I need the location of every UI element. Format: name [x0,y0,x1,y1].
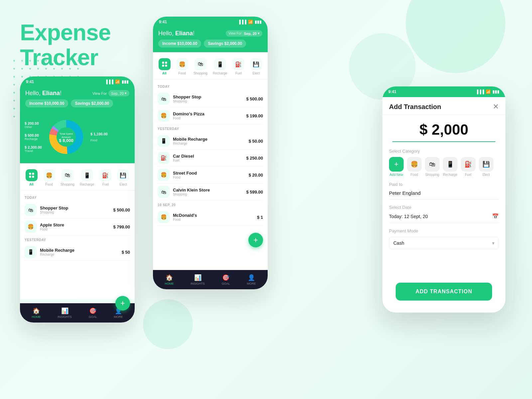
date-value: Today: 12 Sept, 20 [389,214,428,219]
app-title: Expense Tracker [20,20,111,70]
fab-center[interactable]: + [248,233,263,247]
nav-goal-center[interactable]: 🎯 GOAL [222,274,230,285]
shopping-icon-right: 🛍 [425,157,440,172]
all-icon-center [159,58,171,70]
food-icon-right: 🍔 [407,157,422,172]
paid-to-label: Paid to [389,182,499,187]
tx-icon-recharge-left: 📱 [25,246,37,258]
cat-tab-all-left[interactable]: All [23,167,40,188]
date-sep-header-center: 10 SEP, 20 [158,203,263,207]
cat-tab-all-center[interactable]: All [156,56,173,77]
bg-decoration-3 [143,299,193,349]
tx-icon-shopping-center: 🛍 [158,93,170,105]
tx-shopper-stop-left[interactable]: 🛍 Shopper Stop Shopping $ 500.00 [25,201,130,218]
cat-fuel-right[interactable]: ⛽ Fuel [461,157,475,177]
tx-car-diesel-center[interactable]: ⛽ Car Diesel Fuel $ 250.00 [158,150,263,167]
amount-section: $ 2,000 [382,115,505,144]
tx-mobile-recharge-left[interactable]: 📱 Mobile Recharge Recharge $ 50 [25,244,130,261]
cat-label-recharge-left: Recharge [80,183,94,186]
signal-icon: ▐▐▐ [105,79,113,84]
close-button[interactable]: ✕ [493,102,499,111]
cat-tab-elect-center[interactable]: 💾 Elect [248,56,264,77]
paid-to-section: Paid to Peter England [382,179,505,202]
tx-icon-food-mc: 🍔 [158,211,170,223]
cat-add-new[interactable]: + Add New [389,157,404,177]
tx-mcdonalds-center[interactable]: 🍔 McDonald's Food $ 1 [158,209,263,226]
nav-home-left[interactable]: 🏠 HOME [32,307,41,319]
tx-icon-apple-left: 🍔 [25,221,37,233]
payment-mode-row[interactable]: Cash ▾ [389,237,499,249]
view-for-left[interactable]: View For Sep, 20 ▾ [92,90,129,96]
chart-label-other: $ 200.00 Other [25,121,42,129]
tx-icon-shopping-left: 🛍 [25,204,37,216]
tx-dominos-center[interactable]: 🍔 Domino's Pizza Food $ 199.00 [158,107,263,124]
cat-tab-food-left[interactable]: 🍔 Food [41,167,57,188]
chevron-down-icon: ▾ [492,240,494,246]
chart-right-labels: $ 1,100.00 Food [90,132,108,142]
category-tabs-left[interactable]: All 🍔 Food 🛍 Shopping 📱 Recharge ⛽ Fuel … [20,163,135,191]
add-transaction-button[interactable]: ADD TRANSACTION [396,283,492,301]
food-icon-center: 🍔 [176,58,188,70]
yesterday-header-left: YESTERDAY [25,238,130,242]
cat-tab-shopping-center[interactable]: 🛍 Shopping [192,56,209,77]
svg-rect-14 [165,62,167,64]
stats-row-center: Income $10,000.00 Savings $2,000.00 [158,40,262,48]
category-tabs-center[interactable]: All 🍔 Food 🛍 Shopping 📱 Recharge ⛽ Fuel … [153,52,268,79]
cat-tab-shopping-left[interactable]: 🛍 Shopping [59,167,76,188]
cat-shopping-right[interactable]: 🛍 Shopping [425,157,440,177]
status-bar-center: 9:41 ▐▐▐ 📶 ▮▮▮ [153,17,268,27]
tx-street-food-center[interactable]: 🍔 Street Food Food $ 20.00 [158,167,263,184]
cat-recharge-right[interactable]: 📱 Recharge [443,157,458,177]
fab-left[interactable]: + [115,296,130,311]
fuel-icon-center: ⛽ [232,58,244,70]
select-date-label: Select Date [389,205,499,210]
view-for-center[interactable]: View For Sep, 20 ▾ [226,30,262,37]
cat-tab-fuel-center[interactable]: ⛽ Fuel [230,56,247,77]
income-pill-center: Income $10,000.00 [158,40,201,48]
time-right: 9:41 [388,89,396,94]
cat-tab-fuel-left[interactable]: ⛽ Fuel [97,167,114,188]
nav-goal-left[interactable]: 🎯 GOAL [89,307,97,319]
today-header-center: TODAY [158,85,263,88]
cat-tab-recharge-center[interactable]: 📱 Recharge [211,56,229,77]
nav-more-center[interactable]: 👤 MORE [247,274,256,285]
phone-left: 9:41 ▐▐▐ 📶 ▮▮▮ Hello, Eliana! View For S… [20,76,135,323]
cat-label-elect-left: Elect [119,183,127,186]
time-left: 9:41 [26,79,34,84]
date-row[interactable]: Today: 12 Sept, 20 📅 [389,213,499,223]
svg-rect-10 [32,173,34,175]
nav-home-center[interactable]: 🏠 HOME [165,274,174,285]
cat-tab-recharge-left[interactable]: 📱 Recharge [78,167,96,188]
battery-icon: ▮▮▮ [122,79,129,84]
tx-calvin-klein-center[interactable]: 🛍 Calvin Klein Store Shopping $ 599.00 [158,184,263,200]
nav-insights-left[interactable]: 📊 INSIGHTS [58,307,72,319]
cat-tab-food-center[interactable]: 🍔 Food [174,56,190,77]
nav-insights-center[interactable]: 📊 INSIGHTS [191,274,205,285]
savings-pill-left: Savings $2,000.00 [71,99,113,107]
tx-shopper-stop-center[interactable]: 🛍 Shopper Stop Shopping $ 500.00 [158,90,263,107]
phone-left-body: All 🍔 Food 🛍 Shopping 📱 Recharge ⛽ Fuel … [20,163,135,299]
cat-food-right[interactable]: 🍔 Food [407,157,422,177]
tx-apple-store-left[interactable]: 🍔 Apple Store Food $ 799.00 [25,218,130,235]
tx-icon-recharge-center: 📱 [158,135,170,147]
phone-center-header: Hello, Eliana! View For Sep, 20 ▾ Income… [153,27,268,52]
savings-pill-center: Savings $2,000.00 [204,40,246,48]
chart-labels: $ 200.00 Other $ 500.00 Recharge $ 2,300… [25,121,42,153]
view-for-badge-left[interactable]: Sep, 20 ▾ [108,90,129,96]
fuel-icon-left: ⛽ [99,169,111,181]
category-row-right[interactable]: + Add New 🍔 Food 🛍 Shopping 📱 Recharge ⛽… [389,157,499,177]
tx-icon-food-street: 🍔 [158,169,170,181]
cat-tab-elect-left[interactable]: 💾 Elect [115,167,131,188]
svg-rect-15 [162,65,164,67]
paid-to-value[interactable]: Peter England [389,190,499,200]
tx-mobile-recharge-center[interactable]: 📱 Mobile Recharge Recharge $ 50.00 [158,133,263,150]
insights-icon-center: 📊 [194,274,201,281]
tx-list-center: TODAY 🛍 Shopper Stop Shopping $ 500.00 🍔… [153,79,268,228]
greeting-center: Hello, Eliana! [158,30,195,37]
insights-icon-left: 📊 [61,307,68,315]
fuel-icon-right: ⛽ [461,157,475,172]
cat-elect-right[interactable]: 💾 Elect [479,157,493,177]
cat-label-fuel-left: Fuel [102,183,109,186]
stats-row-left: Income $10,000.00 Savings $2,000.00 [25,99,129,107]
shopping-icon-left: 🛍 [62,169,73,181]
